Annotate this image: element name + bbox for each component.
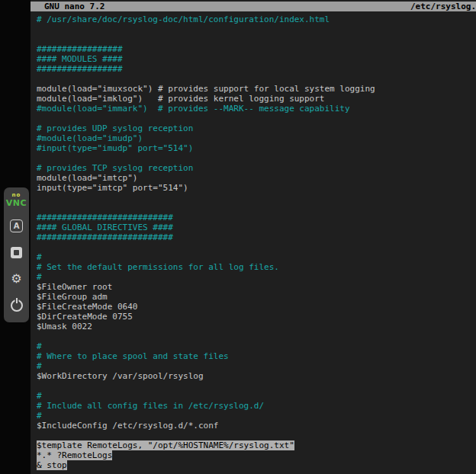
editor-line[interactable]: # Set the default permissions for all lo… — [37, 262, 476, 272]
editor-line[interactable]: ################# — [37, 64, 476, 74]
editor-line[interactable]: # — [37, 341, 476, 351]
editor-line[interactable]: input(type="imtcp" port="514") — [37, 183, 476, 193]
editor-line[interactable] — [37, 242, 476, 252]
editor-line[interactable]: #### MODULES #### — [37, 54, 476, 64]
nano-version-label: GNU nano 7.2 — [44, 2, 105, 11]
novnc-logo-text: VNC — [6, 198, 27, 208]
editor-line[interactable]: $Umask 0022 — [37, 322, 476, 331]
editor-line[interactable] — [37, 431, 476, 440]
fullscreen-icon — [11, 247, 22, 258]
novnc-logo: no VNC — [6, 192, 27, 208]
editor-line[interactable]: # — [37, 391, 476, 401]
editor-line[interactable]: *.* ?RemoteLogs — [37, 450, 476, 460]
editor-line[interactable] — [37, 193, 476, 203]
editor-line[interactable]: $FileGroup adm — [37, 292, 476, 302]
editor-line[interactable]: $DirCreateMode 0755 — [37, 312, 476, 322]
editor-line[interactable]: # — [37, 411, 476, 421]
power-button[interactable] — [8, 298, 25, 313]
gear-icon: ⚙ — [11, 273, 21, 285]
editor-line[interactable]: # provides UDP syslog reception — [37, 123, 476, 133]
editor-line[interactable]: & stop — [37, 460, 476, 470]
settings-button[interactable]: ⚙ — [8, 271, 25, 287]
editor-line[interactable]: $template RemoteLogs, "/opt/%HOSTNAME%/r… — [37, 440, 476, 450]
editor-line[interactable]: module(load="imuxsock") # provides suppo… — [37, 84, 476, 94]
editor-line[interactable]: module(load="imtcp") — [37, 173, 476, 183]
power-icon — [11, 299, 23, 312]
fullscreen-button[interactable] — [8, 245, 25, 260]
editor-line[interactable]: #### GLOBAL DIRECTIVES #### — [37, 223, 476, 232]
keyboard-button[interactable]: A — [8, 218, 25, 233]
editor-line[interactable] — [37, 203, 476, 213]
editor-line[interactable]: ################# — [37, 44, 476, 54]
editor-line[interactable] — [37, 24, 476, 34]
editor-line[interactable]: $IncludeConfig /etc/rsyslog.d/*.conf — [37, 421, 476, 431]
editor-line[interactable]: # provides TCP syslog reception — [37, 163, 476, 173]
editor-line[interactable]: # Where to place spool and state files — [37, 351, 476, 361]
editor-line[interactable] — [37, 74, 476, 84]
editor-line[interactable]: # Include all config files in /etc/rsysl… — [37, 401, 476, 411]
editor-line[interactable]: #module(load="imudp") — [37, 133, 476, 143]
keyboard-key-icon: A — [10, 219, 23, 232]
editor-line[interactable]: module(load="imklog") # provides kernel … — [37, 94, 476, 104]
editor-line[interactable]: $WorkDirectory /var/spool/rsyslog — [37, 371, 476, 381]
editor-line[interactable]: # — [37, 252, 476, 262]
editor-line[interactable] — [37, 34, 476, 44]
editor-line[interactable]: $FileCreateMode 0640 — [37, 302, 476, 312]
novnc-logo-text-small: no — [6, 192, 27, 198]
editor-line[interactable] — [37, 114, 476, 123]
editor-line[interactable]: ########################### — [37, 213, 476, 223]
editor-line[interactable]: # /usr/share/doc/rsyslog-doc/html/config… — [37, 14, 476, 24]
nano-filename-label: /etc/rsyslog. — [410, 2, 476, 11]
editor-line[interactable]: # — [37, 272, 476, 282]
editor-line[interactable]: ########################### — [37, 232, 476, 242]
nano-titlebar: GNU nano 7.2 /etc/rsyslog. — [31, 2, 476, 11]
editor-line[interactable]: $FileOwner root — [37, 282, 476, 292]
editor-content[interactable]: # /usr/share/doc/rsyslog-doc/html/config… — [31, 11, 476, 470]
editor-line[interactable]: #module(load="immark") # provides --MARK… — [37, 104, 476, 114]
editor-line[interactable] — [37, 331, 476, 341]
editor-line[interactable] — [37, 153, 476, 163]
editor-line[interactable] — [37, 381, 476, 391]
terminal-window[interactable]: GNU nano 7.2 /etc/rsyslog. # /usr/share/… — [31, 0, 476, 474]
novnc-control-bar: no VNC A ⚙ — [4, 187, 29, 322]
editor-line[interactable]: #input(type="imudp" port="514") — [37, 143, 476, 153]
editor-line[interactable]: # — [37, 361, 476, 371]
